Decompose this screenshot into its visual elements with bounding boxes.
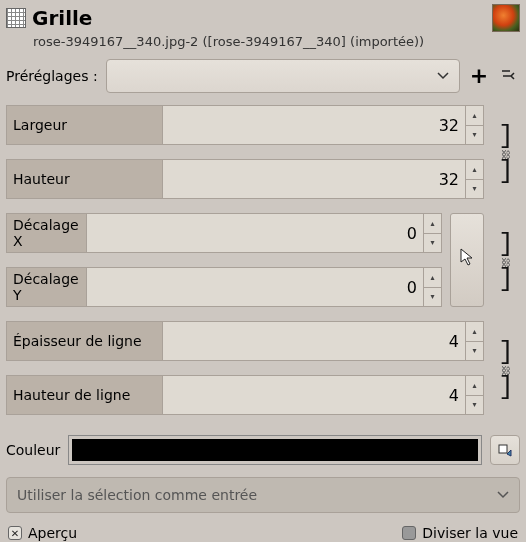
bracket-icon: ] xyxy=(498,164,514,180)
dialog-title: Grille xyxy=(32,6,92,30)
line-height-spinner[interactable]: ▴▾ xyxy=(465,376,483,414)
width-value[interactable]: 32 xyxy=(163,106,465,144)
input-source-label: Utiliser la sélection comme entrée xyxy=(17,487,257,503)
split-view-checkbox[interactable]: Diviser la vue xyxy=(402,525,518,541)
preset-menu-button[interactable] xyxy=(498,65,520,87)
offset-x-value[interactable]: 0 xyxy=(87,214,423,252)
bracket-icon: ] xyxy=(498,345,514,361)
height-field[interactable]: Hauteur 32 ▴▾ xyxy=(6,159,484,199)
split-view-label: Diviser la vue xyxy=(422,525,518,541)
width-spinner[interactable]: ▴▾ xyxy=(465,106,483,144)
preview-checkbox[interactable]: Aperçu xyxy=(8,525,77,541)
line-width-label: Épaisseur de ligne xyxy=(7,322,163,360)
height-spinner[interactable]: ▴▾ xyxy=(465,160,483,198)
checkbox-icon xyxy=(8,526,22,540)
reset-icon xyxy=(497,442,513,458)
width-field[interactable]: Largeur 32 ▴▾ xyxy=(6,105,484,145)
height-label: Hauteur xyxy=(7,160,163,198)
presets-label: Préréglages : xyxy=(6,68,98,84)
line-width-field[interactable]: Épaisseur de ligne 4 ▴▾ xyxy=(6,321,484,361)
bracket-icon: ] xyxy=(498,380,514,396)
offset-reset-button[interactable] xyxy=(450,213,484,307)
presets-combobox[interactable] xyxy=(106,59,460,93)
preview-label: Aperçu xyxy=(28,525,77,541)
color-reset-button[interactable] xyxy=(490,435,520,465)
line-height-field[interactable]: Hauteur de ligne 4 ▴▾ xyxy=(6,375,484,415)
color-picker[interactable] xyxy=(68,435,482,465)
input-source-combobox[interactable]: Utiliser la sélection comme entrée xyxy=(6,477,520,513)
line-width-value[interactable]: 4 xyxy=(163,322,465,360)
line-link-toggle[interactable]: ] ⛓ ] xyxy=(498,323,514,417)
height-value[interactable]: 32 xyxy=(163,160,465,198)
color-label: Couleur xyxy=(6,442,60,458)
size-link-toggle[interactable]: ] ⛓ ] xyxy=(498,107,514,201)
offset-x-label: Décalage X xyxy=(7,214,87,252)
offset-x-field[interactable]: Décalage X 0 ▴▾ xyxy=(6,213,442,253)
add-preset-button[interactable]: + xyxy=(468,65,490,87)
line-height-value[interactable]: 4 xyxy=(163,376,465,414)
bracket-icon: ] xyxy=(498,129,514,145)
image-thumbnail xyxy=(492,4,520,32)
svg-rect-0 xyxy=(499,445,507,453)
filter-icon xyxy=(6,8,26,28)
width-label: Largeur xyxy=(7,106,163,144)
offset-y-label: Décalage Y xyxy=(7,268,87,306)
chevron-down-icon xyxy=(437,72,449,80)
bracket-icon: ] xyxy=(498,272,514,288)
image-subtitle: rose-3949167__340.jpg-2 ([rose-3949167__… xyxy=(33,34,520,49)
offset-y-spinner[interactable]: ▴▾ xyxy=(423,268,441,306)
cursor-icon xyxy=(459,248,475,272)
line-width-spinner[interactable]: ▴▾ xyxy=(465,322,483,360)
offset-y-value[interactable]: 0 xyxy=(87,268,423,306)
bracket-icon: ] xyxy=(498,237,514,253)
chevron-down-icon xyxy=(497,491,509,499)
offset-x-spinner[interactable]: ▴▾ xyxy=(423,214,441,252)
offset-y-field[interactable]: Décalage Y 0 ▴▾ xyxy=(6,267,442,307)
offset-link-toggle[interactable]: ] ⛓ ] xyxy=(498,215,514,309)
checkbox-icon xyxy=(402,526,416,540)
line-height-label: Hauteur de ligne xyxy=(7,376,163,414)
